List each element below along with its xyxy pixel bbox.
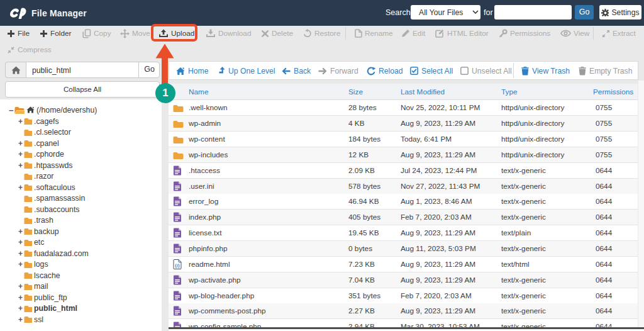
svg-text:⟨/⟩: ⟨/⟩: [175, 262, 180, 268]
